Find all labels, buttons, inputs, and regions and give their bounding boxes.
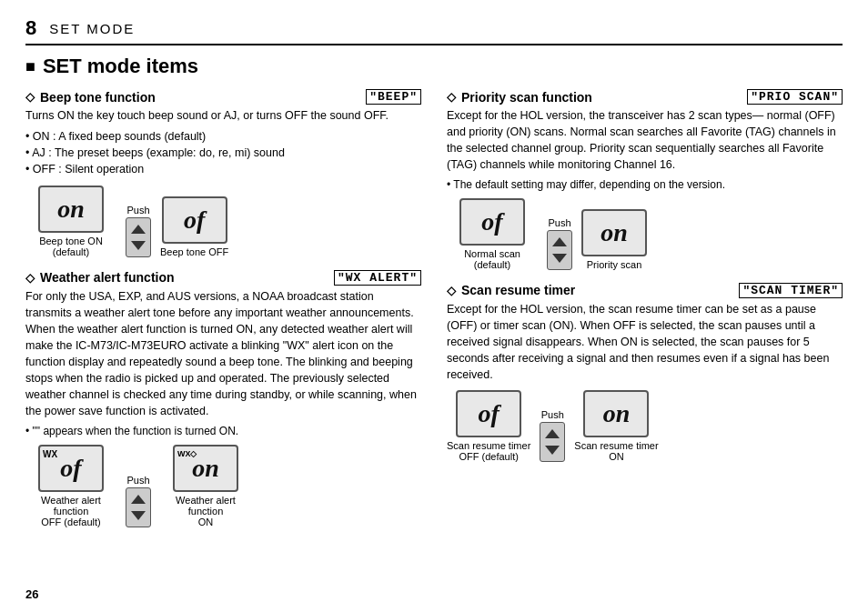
priority-scan-arrow-box xyxy=(547,230,572,270)
beep-push-btn: Push xyxy=(126,205,151,257)
scan-resume-display-row: of Scan resume timer OFF (default) Push xyxy=(447,390,843,462)
normal-scan-lcd: of xyxy=(459,198,525,246)
scan-resume-arrow-up xyxy=(545,429,560,438)
weather-on-caption: Weather alert function ON xyxy=(160,495,251,527)
priority-scan-subsection: ◇ Priority scan function "PRIO SCAN" Exc… xyxy=(447,89,843,270)
priority-scan-on-display-item: on Priority scan xyxy=(581,209,647,270)
scan-resume-off-lcd: of xyxy=(456,390,521,437)
scan-resume-subsection: ◇ Scan resume timer "SCAN TIMER" Except … xyxy=(447,283,843,463)
scan-resume-arrow-box xyxy=(540,422,565,462)
beep-display-row: on Beep tone ON (default) Push of xyxy=(25,186,421,257)
beep-off-lcd: of xyxy=(162,196,227,244)
page-header: 8 SET MODE xyxy=(25,16,843,45)
weather-alert-display-row: WX of Weather alert function OFF (defaul… xyxy=(25,445,421,527)
scan-resume-off-lcd-text: of xyxy=(478,399,499,428)
priority-scan-on-lcd-text: on xyxy=(601,218,628,247)
beep-bullet-list: ON : A fixed beep sounds (default) AJ : … xyxy=(25,128,421,177)
weather-off-lcd-text: of xyxy=(60,454,81,483)
beep-on-lcd: on xyxy=(38,186,104,233)
scan-resume-title-row: ◇ Scan resume timer "SCAN TIMER" xyxy=(447,283,843,298)
scan-resume-mono-label: "SCAN TIMER" xyxy=(739,283,843,298)
beep-body: Turns ON the key touch beep sound or AJ,… xyxy=(25,107,421,124)
weather-alert-note: "" appears when the function is turned O… xyxy=(25,425,421,437)
normal-scan-display-item: of Normal scan (default) xyxy=(447,198,538,270)
weather-alert-title: Weather alert function xyxy=(40,270,175,285)
page-footer: 26 xyxy=(25,587,38,601)
beep-off-caption: Beep tone OFF xyxy=(160,246,228,257)
priority-scan-on-caption: Priority scan xyxy=(587,259,642,270)
beep-mono-label: "BEEP" xyxy=(366,89,421,105)
beep-bullet-3: OFF : Silent operation xyxy=(25,161,421,177)
right-column: ◇ Priority scan function "PRIO SCAN" Exc… xyxy=(447,89,843,540)
weather-off-caption: Weather alert function OFF (default) xyxy=(25,495,116,527)
scan-resume-on-lcd: on xyxy=(583,390,649,437)
scan-resume-arrow-down xyxy=(545,446,560,455)
beep-on-lcd-text: on xyxy=(57,195,85,224)
priority-scan-title: Priority scan function xyxy=(461,90,592,105)
weather-arrow-box xyxy=(126,487,151,527)
beep-arrow-down xyxy=(131,241,146,250)
weather-alert-subsection: ◇ Weather alert function "WX ALERT" For … xyxy=(25,270,421,527)
beep-off-display-item: of Beep tone OFF xyxy=(160,196,228,257)
weather-off-display-item: WX of Weather alert function OFF (defaul… xyxy=(25,445,116,527)
beep-off-lcd-text: of xyxy=(184,206,205,235)
priority-scan-title-row: ◇ Priority scan function "PRIO SCAN" xyxy=(447,89,843,105)
beep-on-caption: Beep tone ON (default) xyxy=(25,236,116,257)
normal-scan-lcd-text: of xyxy=(481,207,502,236)
scan-resume-on-lcd-text: on xyxy=(603,399,631,428)
priority-scan-display-row: of Normal scan (default) Push on xyxy=(447,198,843,270)
weather-push-btn: Push xyxy=(126,475,151,527)
beep-bullet-1: ON : A fixed beep sounds (default) xyxy=(25,128,421,145)
weather-on-lcd: WX◇ on xyxy=(173,445,238,492)
scan-resume-on-display-item: on Scan resume timer ON xyxy=(574,390,658,462)
beep-title: Beep tone function xyxy=(40,90,156,105)
scan-resume-push-btn: Push xyxy=(540,409,565,462)
weather-alert-diamond: ◇ xyxy=(25,271,35,285)
page: 8 SET MODE SET mode items ◇ Beep tone fu… xyxy=(0,0,868,612)
priority-scan-diamond: ◇ xyxy=(447,90,456,104)
beep-subsection: ◇ Beep tone function "BEEP" Turns ON the… xyxy=(25,89,421,257)
priority-scan-push-btn: Push xyxy=(547,217,572,270)
weather-alert-title-row: ◇ Weather alert function "WX ALERT" xyxy=(25,270,421,286)
priority-scan-push-label: Push xyxy=(548,217,570,228)
scan-resume-push-label: Push xyxy=(541,409,564,420)
beep-push-label: Push xyxy=(126,205,149,216)
scan-resume-off-caption: Scan resume timer OFF (default) xyxy=(447,440,530,462)
beep-bullet-2: AJ : The preset beeps (example: do, re, … xyxy=(25,145,421,161)
weather-arrow-up xyxy=(131,495,146,504)
two-col-layout: ◇ Beep tone function "BEEP" Turns ON the… xyxy=(25,89,843,540)
weather-push-label: Push xyxy=(126,475,149,486)
scan-resume-off-display-item: of Scan resume timer OFF (default) xyxy=(447,390,530,462)
weather-on-display-item: WX◇ on Weather alert function ON xyxy=(160,445,251,527)
weather-alert-body: For only the USA, EXP, and AUS versions,… xyxy=(25,288,421,420)
priority-scan-mono-label: "PRIO SCAN" xyxy=(747,89,843,105)
weather-alert-mono-label: "WX ALERT" xyxy=(334,270,421,286)
priority-scan-body: Except for the HOL version, the transcei… xyxy=(447,107,843,174)
footer-page-number: 26 xyxy=(25,587,38,601)
header-title: SET MODE xyxy=(49,21,135,36)
priority-scan-note: The default setting may differ, dependin… xyxy=(447,178,843,191)
section-title: SET mode items xyxy=(25,55,843,78)
beep-diamond: ◇ xyxy=(25,90,35,104)
beep-on-display-item: on Beep tone ON (default) xyxy=(25,186,116,257)
weather-arrow-down xyxy=(131,511,146,520)
wx-on-icon: WX◇ xyxy=(177,449,197,458)
wx-off-icon: WX xyxy=(43,449,57,459)
scan-resume-diamond: ◇ xyxy=(447,284,456,297)
scan-resume-on-caption: Scan resume timer ON xyxy=(574,440,658,462)
priority-scan-on-lcd: on xyxy=(581,209,647,256)
header-page-number: 8 xyxy=(25,16,36,40)
beep-arrow-box xyxy=(126,217,151,257)
scan-resume-title: Scan resume timer xyxy=(461,283,575,297)
left-column: ◇ Beep tone function "BEEP" Turns ON the… xyxy=(25,89,421,540)
beep-title-row: ◇ Beep tone function "BEEP" xyxy=(25,89,421,105)
priority-scan-arrow-down xyxy=(552,254,567,263)
weather-off-lcd: WX of xyxy=(38,445,104,492)
scan-resume-body: Except for the HOL version, the scan res… xyxy=(447,301,843,384)
normal-scan-caption: Normal scan (default) xyxy=(447,248,538,270)
beep-arrow-up xyxy=(131,225,146,234)
priority-scan-arrow-up xyxy=(552,237,567,246)
